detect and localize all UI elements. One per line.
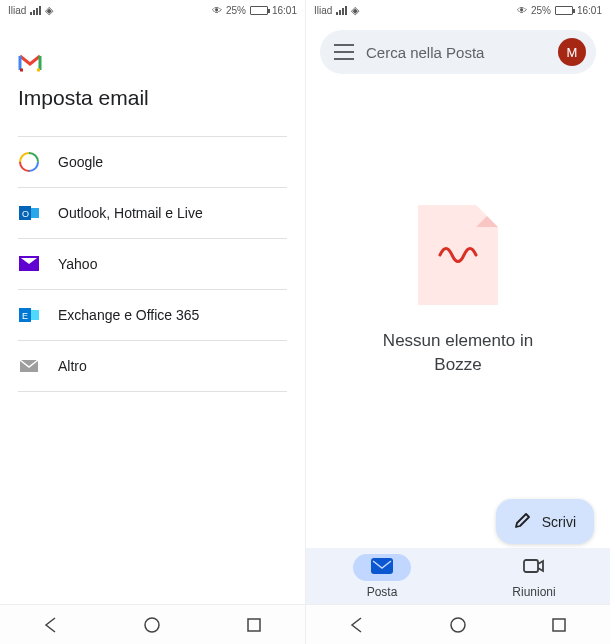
eye-icon: 👁 <box>517 5 527 16</box>
svg-text:O: O <box>22 209 29 219</box>
provider-google[interactable]: Google <box>18 137 287 188</box>
status-bar: Iliad ◈ 👁 25% 16:01 <box>306 0 610 20</box>
svg-point-12 <box>145 618 159 632</box>
status-bar: Iliad ◈ 👁 25% 16:01 <box>0 0 305 20</box>
empty-text-line1: Nessun elemento in <box>383 329 533 353</box>
carrier-label: Iliad <box>8 5 26 16</box>
empty-text-line2: Bozze <box>383 353 533 377</box>
video-tab-icon <box>523 558 545 577</box>
svg-rect-15 <box>524 560 538 572</box>
svg-rect-17 <box>553 619 565 631</box>
nav-home-button[interactable] <box>140 613 164 637</box>
provider-label: Exchange e Office 365 <box>58 307 199 323</box>
provider-label: Outlook, Hotmail e Live <box>58 205 203 221</box>
nav-recent-button[interactable] <box>547 613 571 637</box>
provider-label: Google <box>58 154 103 170</box>
bottom-tabs: Posta Riunioni <box>306 548 610 604</box>
tab-mail[interactable]: Posta <box>306 548 458 604</box>
tab-label: Riunioni <box>512 585 555 599</box>
mail-icon <box>18 355 40 377</box>
tab-meet[interactable]: Riunioni <box>458 548 610 604</box>
nav-back-button[interactable] <box>39 613 63 637</box>
outlook-icon: O <box>18 202 40 224</box>
provider-label: Yahoo <box>58 256 97 272</box>
empty-state: Nessun elemento in Bozze <box>306 34 610 548</box>
svg-point-16 <box>451 618 465 632</box>
compose-button[interactable]: Scrivi <box>496 499 594 544</box>
gmail-logo <box>18 54 287 76</box>
yahoo-icon <box>18 253 40 275</box>
android-nav-bar <box>306 604 610 644</box>
provider-list: Google O Outlook, Hotmail e Live Yahoo E… <box>18 136 287 392</box>
clock-label: 16:01 <box>577 5 602 16</box>
empty-draft-icon <box>418 205 498 305</box>
nav-recent-button[interactable] <box>242 613 266 637</box>
nav-home-button[interactable] <box>446 613 470 637</box>
clock-label: 16:01 <box>272 5 297 16</box>
signal-icon <box>30 6 41 15</box>
eye-icon: 👁 <box>212 5 222 16</box>
svg-rect-13 <box>248 619 260 631</box>
provider-other[interactable]: Altro <box>18 341 287 392</box>
android-nav-bar <box>0 604 305 644</box>
provider-label: Altro <box>58 358 87 374</box>
page-title: Imposta email <box>18 86 287 110</box>
svg-rect-5 <box>31 208 39 218</box>
pencil-icon <box>514 511 532 532</box>
provider-outlook[interactable]: O Outlook, Hotmail e Live <box>18 188 287 239</box>
signal-icon <box>336 6 347 15</box>
wifi-icon: ◈ <box>45 4 53 17</box>
tab-label: Posta <box>367 585 398 599</box>
exchange-icon: E <box>18 304 40 326</box>
provider-exchange[interactable]: E Exchange e Office 365 <box>18 290 287 341</box>
compose-label: Scrivi <box>542 514 576 530</box>
wifi-icon: ◈ <box>351 4 359 17</box>
battery-icon <box>555 6 573 15</box>
svg-text:E: E <box>22 311 28 321</box>
google-icon <box>18 151 40 173</box>
svg-rect-14 <box>371 558 393 574</box>
battery-pct: 25% <box>531 5 551 16</box>
nav-back-button[interactable] <box>345 613 369 637</box>
carrier-label: Iliad <box>314 5 332 16</box>
battery-pct: 25% <box>226 5 246 16</box>
svg-rect-9 <box>31 310 39 320</box>
battery-icon <box>250 6 268 15</box>
provider-yahoo[interactable]: Yahoo <box>18 239 287 290</box>
mail-tab-icon <box>371 558 393 577</box>
